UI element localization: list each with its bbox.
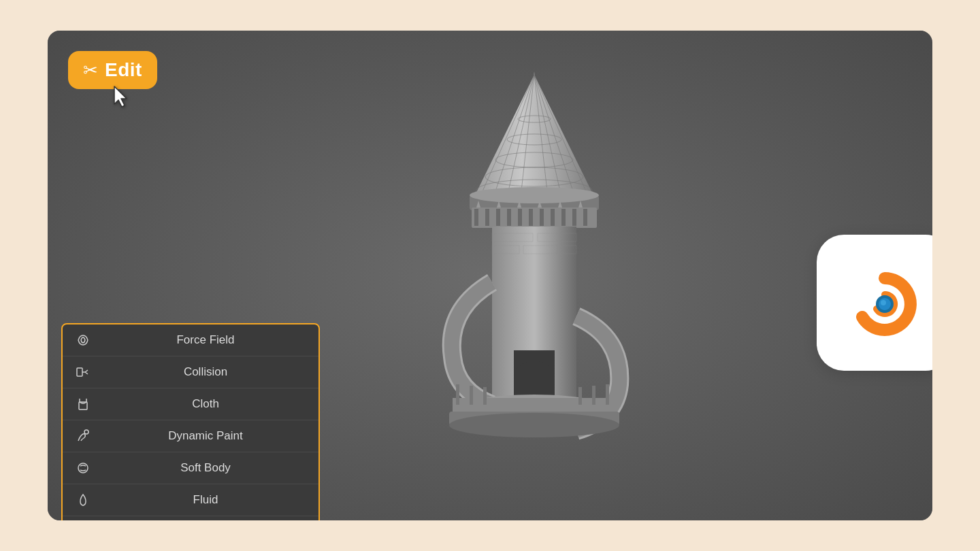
svg-rect-50 bbox=[578, 387, 582, 405]
menu-item-collision[interactable]: Collision bbox=[63, 356, 318, 388]
cloth-label: Cloth bbox=[103, 397, 308, 411]
blender-logo bbox=[817, 235, 932, 371]
main-container: ✂ Edit Force Field Collision bbox=[48, 31, 932, 520]
edit-label: Edit bbox=[105, 59, 142, 81]
collision-label: Collision bbox=[103, 365, 308, 379]
svg-rect-18 bbox=[472, 207, 597, 228]
cursor-icon bbox=[109, 84, 135, 116]
scissors-icon: ✂ bbox=[83, 60, 98, 81]
svg-rect-28 bbox=[572, 209, 576, 226]
svg-point-55 bbox=[84, 430, 88, 434]
svg-rect-46 bbox=[470, 386, 473, 405]
svg-rect-27 bbox=[561, 209, 566, 226]
fluid-icon bbox=[74, 492, 93, 507]
cloth-icon bbox=[74, 397, 93, 412]
svg-rect-25 bbox=[540, 209, 544, 226]
svg-rect-20 bbox=[485, 209, 489, 226]
menu-item-dynamic-paint[interactable]: Dynamic Paint bbox=[63, 420, 318, 452]
menu-item-rigid-body[interactable]: Rigid Body bbox=[63, 516, 318, 520]
dynamic-paint-label: Dynamic Paint bbox=[103, 429, 308, 443]
dynamic-paint-icon bbox=[74, 429, 93, 444]
svg-rect-29 bbox=[583, 209, 587, 226]
force-field-icon bbox=[74, 333, 93, 348]
viewport: ✂ Edit Force Field Collision bbox=[48, 31, 932, 520]
physics-menu: Force Field Collision Cloth bbox=[61, 323, 320, 520]
svg-rect-49 bbox=[592, 386, 595, 405]
collision-icon bbox=[74, 365, 93, 380]
fluid-label: Fluid bbox=[103, 493, 308, 507]
svg-marker-2 bbox=[473, 75, 595, 199]
svg-point-65 bbox=[881, 300, 886, 305]
svg-rect-45 bbox=[456, 384, 459, 405]
svg-rect-26 bbox=[551, 209, 555, 226]
svg-point-52 bbox=[449, 413, 619, 437]
soft-body-icon bbox=[74, 461, 93, 475]
svg-point-17 bbox=[470, 187, 599, 203]
svg-rect-21 bbox=[496, 209, 500, 226]
menu-item-cloth[interactable]: Cloth bbox=[63, 388, 318, 420]
tower-model bbox=[391, 65, 677, 486]
svg-rect-19 bbox=[474, 209, 478, 226]
menu-item-force-field[interactable]: Force Field bbox=[63, 324, 318, 356]
svg-rect-53 bbox=[77, 368, 82, 376]
menu-item-fluid[interactable]: Fluid bbox=[63, 484, 318, 516]
svg-rect-47 bbox=[483, 387, 487, 405]
menu-item-soft-body[interactable]: Soft Body bbox=[63, 452, 318, 484]
svg-rect-44 bbox=[453, 398, 616, 413]
force-field-label: Force Field bbox=[103, 333, 308, 347]
svg-rect-22 bbox=[507, 209, 511, 226]
svg-rect-24 bbox=[529, 209, 533, 226]
svg-rect-23 bbox=[518, 209, 522, 226]
soft-body-label: Soft Body bbox=[103, 461, 308, 475]
svg-point-56 bbox=[78, 463, 88, 473]
svg-rect-48 bbox=[606, 384, 609, 405]
